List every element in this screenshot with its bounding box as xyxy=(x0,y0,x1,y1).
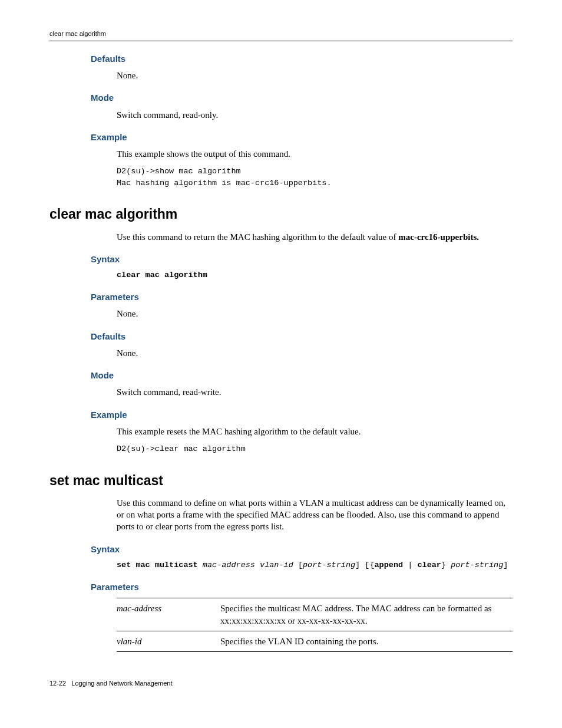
syntax-ps2: port-string xyxy=(451,561,503,569)
code-example-clear: D2(su)->clear mac algorithm xyxy=(117,443,513,455)
syntax-br1: [ xyxy=(298,561,303,569)
syntax-br4: ] xyxy=(503,561,508,569)
page-number: 12-22 xyxy=(49,680,66,687)
heading-syntax-1: Syntax xyxy=(91,253,513,265)
heading-example: Example xyxy=(91,131,513,143)
intro-pre: Use this command to return the MAC hashi… xyxy=(117,232,398,242)
text-defaults: None. xyxy=(117,70,513,81)
syntax-set-mac: set mac multicast mac-address vlan-id [p… xyxy=(117,560,513,571)
page-footer: 12-22 Logging and Network Management xyxy=(49,679,513,688)
syntax-pipe: | xyxy=(403,561,417,569)
heading-syntax-2: Syntax xyxy=(91,543,513,555)
syntax-code: clear mac algorithm xyxy=(117,271,207,279)
text-mode: Switch command, read-only. xyxy=(117,109,513,121)
syntax-clear: clear xyxy=(417,561,441,569)
param-term: mac-address xyxy=(117,598,220,631)
intro-set-mac: Use this command to define on what ports… xyxy=(117,497,513,533)
text-example: This example shows the output of this co… xyxy=(117,148,513,160)
heading-example-1: Example xyxy=(91,409,513,421)
heading-parameters-1: Parameters xyxy=(91,291,513,303)
text-parameters-1: None. xyxy=(117,308,513,319)
heading-mode: Mode xyxy=(91,92,513,104)
syntax-args: mac-address vlan-id xyxy=(198,561,298,569)
syntax-br2: ] [{ xyxy=(355,561,374,569)
syntax-ps1: port-string xyxy=(303,561,355,569)
param-desc: Specifies the VLAN ID containing the por… xyxy=(220,631,513,651)
table-row: vlan-id Specifies the VLAN ID containing… xyxy=(117,631,513,651)
heading-mode-1: Mode xyxy=(91,370,513,381)
syntax-append: append xyxy=(375,561,404,569)
syntax-clear-mac: clear mac algorithm xyxy=(117,270,513,281)
param-desc: Specifies the multicast MAC address. The… xyxy=(220,598,513,631)
heading-parameters-2: Parameters xyxy=(91,581,513,593)
footer-section: Logging and Network Management xyxy=(71,680,172,687)
syntax-cmd: set mac multicast xyxy=(117,561,198,569)
param-term: vlan-id xyxy=(117,631,220,651)
heading-clear-mac-algorithm: clear mac algorithm xyxy=(49,205,513,223)
text-example-1: This example resets the MAC hashing algo… xyxy=(117,426,513,437)
heading-defaults-1: Defaults xyxy=(91,331,513,342)
header-rule xyxy=(49,41,513,41)
intro-clear-mac: Use this command to return the MAC hashi… xyxy=(117,231,513,243)
heading-set-mac-multicast: set mac multicast xyxy=(49,472,513,490)
heading-defaults: Defaults xyxy=(91,53,513,65)
running-header: clear mac algorithm xyxy=(49,29,513,38)
table-row: mac-address Specifies the multicast MAC … xyxy=(117,598,513,631)
parameters-table: mac-address Specifies the multicast MAC … xyxy=(117,598,513,652)
text-defaults-1: None. xyxy=(117,347,513,359)
intro-bold: mac-crc16-upperbits. xyxy=(398,232,479,242)
code-example-show: D2(su)->show mac algorithm Mac hashing a… xyxy=(117,166,513,189)
syntax-br3: } xyxy=(441,561,451,569)
text-mode-1: Switch command, read-write. xyxy=(117,386,513,398)
